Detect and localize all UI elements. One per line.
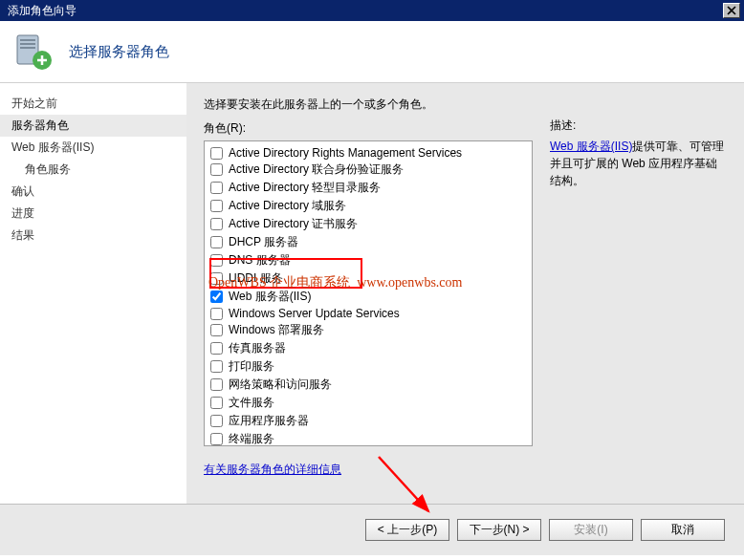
role-item-14[interactable]: 文件服务 [210, 394, 526, 412]
role-checkbox-10[interactable] [210, 324, 223, 336]
role-checkbox-13[interactable] [210, 378, 223, 391]
description-text: Web 服务器(IIS)提供可靠、可管理并且可扩展的 Web 应用程序基础结构。 [550, 138, 727, 189]
role-item-11[interactable]: 传真服务器 [210, 339, 526, 357]
role-label: Active Directory 轻型目录服务 [229, 180, 381, 196]
close-icon [727, 6, 736, 15]
titlebar: 添加角色向导 [0, 0, 744, 21]
roles-label: 角色(R): [204, 120, 533, 137]
role-checkbox-0[interactable] [210, 147, 223, 160]
role-label: Active Directory 证书服务 [229, 216, 358, 232]
wizard-header: 选择服务器角色 [0, 21, 744, 83]
role-label: Active Directory 域服务 [229, 198, 346, 214]
role-item-12[interactable]: 打印服务 [210, 357, 526, 376]
description-label: 描述: [550, 118, 727, 134]
role-label: 打印服务 [229, 358, 274, 375]
role-item-5[interactable]: DHCP 服务器 [210, 233, 526, 251]
role-checkbox-2[interactable] [210, 182, 223, 194]
role-item-4[interactable]: Active Directory 证书服务 [210, 215, 526, 233]
wizard-header-icon [13, 32, 54, 72]
svg-rect-1 [20, 39, 35, 41]
role-label: 应用程序服务器 [229, 413, 309, 429]
page-title: 选择服务器角色 [69, 43, 169, 61]
content-area: 开始之前服务器角色Web 服务器(IIS)角色服务确认进度结果 选择要安装在此服… [0, 83, 744, 504]
role-checkbox-8[interactable] [210, 291, 223, 303]
sidebar-item-1[interactable]: 服务器角色 [0, 115, 186, 137]
role-item-10[interactable]: Windows 部署服务 [210, 321, 526, 339]
role-checkbox-11[interactable] [210, 342, 223, 355]
instruction-text: 选择要安装在此服务器上的一个或多个角色。 [204, 97, 533, 113]
role-item-1[interactable]: Active Directory 联合身份验证服务 [210, 161, 526, 179]
role-label: Windows Server Update Services [229, 307, 400, 320]
role-checkbox-9[interactable] [210, 308, 223, 320]
role-label: Active Directory Rights Management Servi… [229, 146, 462, 160]
svg-rect-2 [20, 43, 35, 45]
role-item-8[interactable]: Web 服务器(IIS) [210, 288, 526, 306]
role-item-15[interactable]: 应用程序服务器 [210, 412, 526, 430]
role-checkbox-5[interactable] [210, 236, 223, 248]
role-label: Windows 部署服务 [229, 322, 324, 338]
role-label: 传真服务器 [229, 340, 286, 356]
role-item-6[interactable]: DNS 服务器 [210, 251, 526, 269]
sidebar-item-4[interactable]: 确认 [0, 181, 186, 203]
role-label: Web 服务器(IIS) [229, 289, 311, 305]
role-item-16[interactable]: 终端服务 [210, 430, 526, 446]
button-bar: < 上一步(P) 下一步(N) > 安装(I) 取消 [0, 504, 744, 555]
role-checkbox-15[interactable] [210, 415, 223, 427]
role-checkbox-4[interactable] [210, 218, 223, 230]
svg-rect-3 [20, 47, 35, 49]
role-item-7[interactable]: UDDI 服务 [210, 269, 526, 288]
sidebar-item-6[interactable]: 结果 [0, 225, 186, 247]
sidebar-item-2[interactable]: Web 服务器(IIS) [0, 137, 186, 159]
description-link[interactable]: Web 服务器(IIS) [550, 140, 632, 153]
more-info-link[interactable]: 有关服务器角色的详细信息 [204, 462, 341, 478]
role-checkbox-14[interactable] [210, 397, 223, 409]
sidebar-item-3[interactable]: 角色服务 [0, 159, 186, 181]
role-label: Active Directory 联合身份验证服务 [229, 162, 404, 178]
role-item-9[interactable]: Windows Server Update Services [210, 306, 526, 321]
role-checkbox-1[interactable] [210, 163, 223, 176]
role-label: 文件服务 [229, 395, 274, 411]
install-button: 安装(I) [549, 519, 633, 541]
role-checkbox-16[interactable] [210, 433, 223, 445]
role-checkbox-6[interactable] [210, 254, 223, 267]
role-label: DHCP 服务器 [229, 234, 298, 250]
role-label: DNS 服务器 [229, 252, 291, 269]
next-button[interactable]: 下一步(N) > [457, 519, 541, 541]
role-label: UDDI 服务 [229, 270, 283, 287]
main-panel: 选择要安装在此服务器上的一个或多个角色。 角色(R): Active Direc… [186, 83, 744, 504]
sidebar-item-0[interactable]: 开始之前 [0, 93, 186, 115]
window-title: 添加角色向导 [4, 3, 77, 19]
role-label: 终端服务 [229, 431, 274, 446]
roles-listbox[interactable]: Active Directory Rights Management Servi… [204, 140, 533, 446]
cancel-button[interactable]: 取消 [641, 519, 725, 541]
role-label: 网络策略和访问服务 [229, 377, 332, 393]
close-button[interactable] [723, 3, 740, 18]
role-checkbox-7[interactable] [210, 272, 223, 285]
role-checkbox-12[interactable] [210, 360, 223, 373]
sidebar: 开始之前服务器角色Web 服务器(IIS)角色服务确认进度结果 [0, 83, 186, 504]
role-item-2[interactable]: Active Directory 轻型目录服务 [210, 179, 526, 197]
role-checkbox-3[interactable] [210, 200, 223, 212]
role-item-13[interactable]: 网络策略和访问服务 [210, 376, 526, 394]
sidebar-item-5[interactable]: 进度 [0, 203, 186, 225]
role-item-3[interactable]: Active Directory 域服务 [210, 197, 526, 215]
prev-button[interactable]: < 上一步(P) [365, 519, 449, 541]
role-item-0[interactable]: Active Directory Rights Management Servi… [210, 145, 526, 161]
